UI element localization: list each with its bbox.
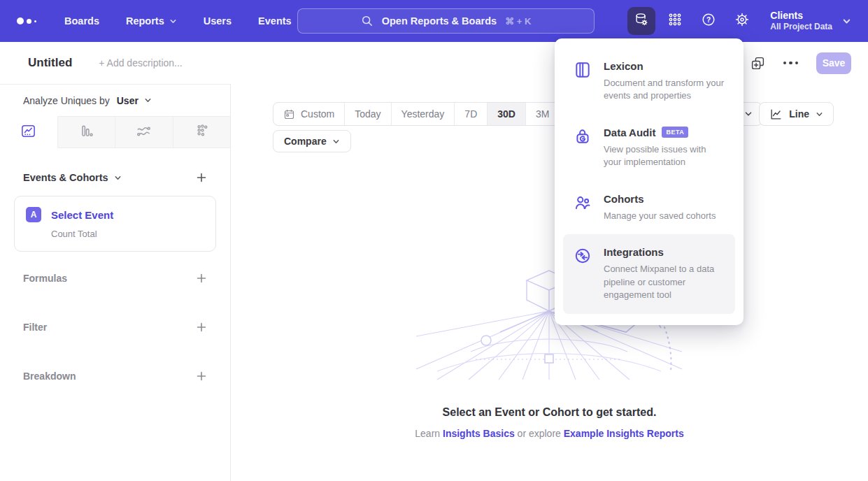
global-search-input[interactable]: Open Reports & Boards ⌘ + K	[297, 8, 595, 34]
apps-grid-button[interactable]	[661, 7, 689, 35]
chart-type-tabs	[0, 116, 230, 148]
line-chart-icon	[20, 123, 36, 142]
date-range-yesterday[interactable]: Yesterday	[391, 103, 455, 125]
nav-item-label: Boards	[64, 15, 99, 27]
menu-item-description: Document and transform your events and p…	[604, 77, 725, 103]
top-nav: Boards Reports Users Events Open Reports…	[0, 0, 868, 42]
event-card[interactable]: A Select Event Count Total	[14, 196, 216, 252]
subtitle-prefix: Learn	[415, 428, 443, 439]
save-button[interactable]: Save	[816, 52, 851, 74]
tab-insights-line[interactable]	[0, 116, 58, 148]
date-range-label: Today	[355, 108, 380, 120]
menu-item-title: Integrations	[604, 246, 664, 258]
menu-item-data-audit[interactable]: Data Audit BETA View possible issues wit…	[563, 115, 735, 181]
search-shortcut: ⌘ + K	[505, 16, 531, 27]
more-options-button[interactable]	[783, 62, 799, 65]
calendar-icon	[283, 108, 295, 120]
menu-item-cohorts[interactable]: Cohorts Manage your saved cohorts	[563, 181, 735, 234]
nav-links: Boards Reports Users Events	[64, 15, 292, 27]
report-title[interactable]: Untitled	[28, 56, 72, 70]
date-range-30d[interactable]: 30D	[487, 103, 525, 125]
menu-item-description: Connect Mixpanel to a data pipeline or c…	[604, 263, 725, 301]
data-management-button[interactable]	[627, 7, 655, 35]
data-audit-icon	[573, 127, 592, 169]
query-builder-sidebar: Analyze Uniques by User	[0, 84, 231, 481]
report-actions: Save	[750, 52, 852, 74]
event-letter-badge: A	[26, 207, 41, 222]
date-range-custom[interactable]: Custom	[273, 103, 344, 125]
events-cohorts-header: Events & Cohorts	[0, 172, 230, 183]
analyze-value[interactable]: User	[117, 95, 138, 106]
data-management-menu: Lexicon Document and transform your even…	[555, 38, 744, 325]
tab-bar-chart[interactable]	[58, 116, 116, 148]
select-event-button[interactable]: Select Event	[51, 209, 113, 221]
project-name: All Project Data	[770, 22, 832, 32]
mixpanel-insights-screen: Boards Reports Users Events Open Reports…	[0, 0, 868, 481]
bar-chart-icon	[78, 123, 94, 142]
add-description-field[interactable]: + Add description...	[99, 57, 182, 69]
section-label: Filter	[23, 322, 47, 333]
tab-scatter[interactable]	[173, 116, 231, 148]
events-cohorts-label: Events & Cohorts	[23, 172, 108, 183]
chevron-down-icon	[744, 110, 753, 118]
date-range-label: Yesterday	[401, 108, 445, 120]
section-filter: Filter	[0, 320, 230, 334]
svg-text:?: ?	[706, 16, 711, 24]
cohorts-icon	[573, 194, 592, 222]
nav-item-users[interactable]: Users	[204, 15, 232, 27]
add-formula-button[interactable]	[196, 273, 207, 284]
integrations-icon	[573, 247, 592, 301]
org-name: Clients	[770, 10, 832, 22]
menu-item-description: View possible issues with your implement…	[604, 143, 725, 169]
insights-basics-link[interactable]: Insights Basics	[443, 428, 515, 439]
database-gear-icon	[634, 12, 649, 30]
nav-right-group: ? Clients All Project Data	[627, 7, 851, 35]
date-range-control: Custom Today Yesterday 7D 30D 3M 6M	[273, 102, 594, 126]
date-range-label: 30D	[497, 108, 515, 120]
tab-flow[interactable]	[115, 116, 173, 148]
analyze-row: Analyze Uniques by User	[0, 84, 230, 116]
grid-icon	[668, 13, 682, 29]
lexicon-icon	[573, 61, 592, 103]
settings-button[interactable]	[728, 7, 756, 35]
date-range-7d[interactable]: 7D	[454, 103, 487, 125]
chart-style-label: Line	[789, 108, 809, 120]
question-icon: ?	[701, 12, 716, 30]
example-reports-link[interactable]: Example Insights Reports	[564, 428, 684, 439]
menu-item-integrations[interactable]: Integrations Connect Mixpanel to a data …	[563, 234, 735, 313]
add-event-button[interactable]	[196, 172, 207, 183]
menu-item-lexicon[interactable]: Lexicon Document and transform your even…	[563, 48, 735, 115]
add-breakdown-button[interactable]	[196, 371, 207, 382]
nav-item-boards[interactable]: Boards	[64, 15, 99, 27]
project-selector[interactable]: Clients All Project Data	[770, 10, 851, 33]
menu-item-title: Lexicon	[604, 60, 643, 72]
mixpanel-logo-icon[interactable]	[17, 17, 36, 24]
beta-badge: BETA	[662, 127, 688, 138]
gear-icon	[734, 12, 750, 30]
section-label: Formulas	[23, 273, 67, 284]
section-formulas: Formulas	[0, 271, 230, 285]
search-placeholder: Open Reports & Boards	[382, 15, 497, 27]
date-range-today[interactable]: Today	[344, 103, 390, 125]
event-aggregation[interactable]: Count Total	[51, 229, 204, 239]
scatter-icon	[194, 123, 210, 142]
nav-item-events[interactable]: Events	[258, 15, 292, 27]
add-filter-button[interactable]	[196, 322, 207, 333]
empty-state-subtitle: Learn Insights Basics or explore Example…	[231, 428, 868, 439]
duplicate-button[interactable]	[750, 56, 765, 71]
nav-item-label: Reports	[126, 15, 164, 27]
menu-item-description: Manage your saved cohorts	[604, 210, 716, 222]
compare-button[interactable]: Compare	[273, 130, 351, 152]
date-range-label: 7D	[464, 108, 477, 120]
nav-item-label: Events	[258, 15, 292, 27]
date-range-label: 3M	[536, 108, 549, 120]
section-label: Breakdown	[23, 371, 76, 382]
help-button[interactable]: ?	[695, 7, 723, 35]
nav-item-reports[interactable]: Reports	[126, 15, 177, 27]
chevron-down-icon[interactable]	[144, 96, 152, 104]
chevron-down-icon[interactable]	[114, 174, 122, 182]
compare-label: Compare	[284, 136, 327, 147]
chevron-down-icon	[169, 17, 177, 25]
chart-style-selector[interactable]: Line	[759, 102, 834, 126]
flow-icon	[136, 123, 152, 142]
